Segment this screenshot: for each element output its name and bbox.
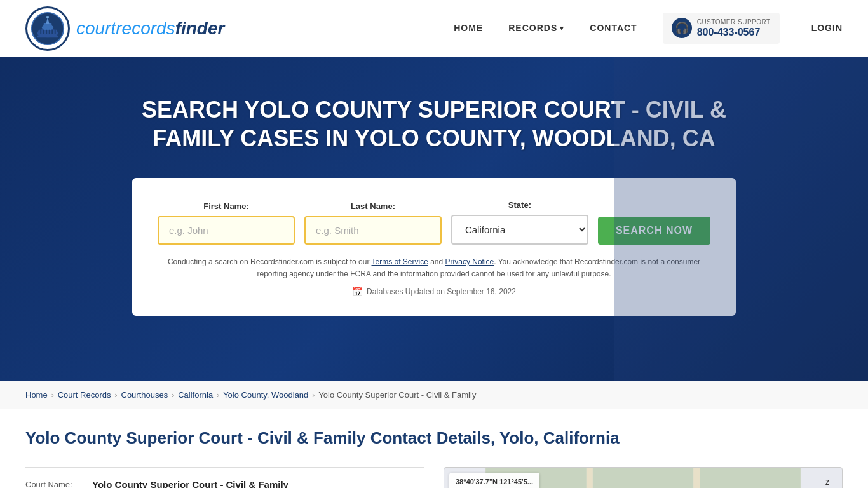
svg-rect-13 — [37, 35, 58, 37]
page-title: Yolo County Superior Court - Civil & Fam… — [25, 428, 843, 448]
logo-text: courtrecordsfinder — [76, 18, 224, 39]
court-name-value: Yolo County Superior Court - Civil & Fam… — [92, 479, 288, 488]
search-box: First Name: Last Name: State: AlabamaAla… — [132, 178, 736, 316]
breadcrumb-sep-2: › — [115, 391, 118, 400]
state-group: State: AlabamaAlaskaArizonaArkansasCalif… — [451, 200, 588, 245]
breadcrumb-sep-3: › — [172, 391, 174, 400]
svg-rect-8 — [43, 29, 44, 34]
breadcrumb-california[interactable]: California — [178, 390, 213, 400]
first-name-input[interactable] — [158, 216, 295, 245]
svg-rect-6 — [46, 16, 49, 18]
nav-home[interactable]: HOME — [454, 23, 483, 33]
last-name-input[interactable] — [304, 216, 442, 245]
breadcrumb-current: Yolo County Superior Court - Civil & Fam… — [318, 390, 476, 400]
calendar-icon: 📅 — [352, 287, 363, 297]
svg-rect-11 — [51, 29, 53, 34]
svg-rect-14 — [36, 37, 59, 39]
site-header: courtrecordsfinder HOME RECORDS ▾ CONTAC… — [0, 0, 868, 57]
support-text: CUSTOMER SUPPORT 800-433-0567 — [697, 18, 771, 39]
records-chevron-icon: ▾ — [560, 24, 564, 32]
search-disclaimer: Conducting a search on Recordsfinder.com… — [158, 256, 710, 280]
breadcrumb-home[interactable]: Home — [25, 390, 48, 400]
breadcrumb-sep-5: › — [312, 391, 315, 400]
state-select[interactable]: AlabamaAlaskaArizonaArkansasCaliforniaCo… — [451, 215, 588, 245]
court-name-key: Court Name: — [25, 480, 86, 488]
detail-map-row: Court Name: Yolo County Superior Court -… — [25, 467, 843, 488]
headset-icon: 🎧 — [672, 18, 692, 38]
nav-records[interactable]: RECORDS ▾ — [508, 23, 564, 33]
main-content: Yolo County Superior Court - Civil & Fam… — [0, 409, 868, 488]
privacy-link[interactable]: Privacy Notice — [445, 257, 494, 266]
logo-icon[interactable] — [25, 6, 70, 51]
search-fields: First Name: Last Name: State: AlabamaAla… — [158, 200, 710, 245]
svg-rect-7 — [40, 29, 41, 34]
map-section: Court St 38°40'37.7"N 121°45'5... View l… — [444, 467, 843, 488]
last-name-group: Last Name: — [304, 201, 442, 245]
hero-section: SEARCH YOLO COUNTY SUPERIOR COURT - CIVI… — [0, 57, 868, 381]
breadcrumb-court-records[interactable]: Court Records — [58, 390, 111, 400]
svg-rect-27 — [587, 468, 593, 488]
breadcrumb-yolo-woodland[interactable]: Yolo County, Woodland — [223, 390, 308, 400]
breadcrumb-sep-4: › — [217, 391, 219, 400]
svg-rect-28 — [693, 468, 700, 488]
logo-area: courtrecordsfinder — [25, 6, 224, 51]
map-label-z: Z — [825, 479, 829, 486]
svg-rect-12 — [55, 29, 56, 34]
state-label: State: — [451, 200, 588, 210]
terms-link[interactable]: Terms of Service — [372, 257, 428, 266]
main-nav: HOME RECORDS ▾ CONTACT 🎧 CUSTOMER SUPPOR… — [454, 13, 843, 44]
nav-contact[interactable]: CONTACT — [590, 23, 637, 33]
first-name-group: First Name: — [158, 201, 295, 245]
last-name-label: Last Name: — [304, 201, 442, 211]
breadcrumb-courthouses[interactable]: Courthouses — [121, 390, 168, 400]
search-button[interactable]: SEARCH NOW — [598, 217, 710, 245]
court-name-row: Court Name: Yolo County Superior Court -… — [25, 467, 424, 488]
breadcrumb-sep-1: › — [51, 391, 54, 400]
db-update: 📅 Databases Updated on September 16, 202… — [158, 287, 710, 297]
svg-rect-17 — [593, 468, 694, 488]
breadcrumb: Home › Court Records › Courthouses › Cal… — [0, 381, 868, 409]
svg-rect-18 — [700, 468, 801, 488]
map-coords: 38°40'37.7"N 121°45'5... View larger map — [449, 473, 539, 488]
first-name-label: First Name: — [158, 201, 295, 211]
hero-title: SEARCH YOLO COUNTY SUPERIOR COURT - CIVI… — [116, 95, 752, 152]
map-placeholder: Court St 38°40'37.7"N 121°45'5... View l… — [444, 467, 843, 488]
nav-login[interactable]: LOGIN — [811, 23, 843, 33]
support-box: 🎧 CUSTOMER SUPPORT 800-433-0567 — [663, 13, 780, 44]
svg-rect-9 — [46, 29, 47, 34]
svg-rect-10 — [49, 29, 50, 34]
detail-section: Court Name: Yolo County Superior Court -… — [25, 467, 424, 488]
